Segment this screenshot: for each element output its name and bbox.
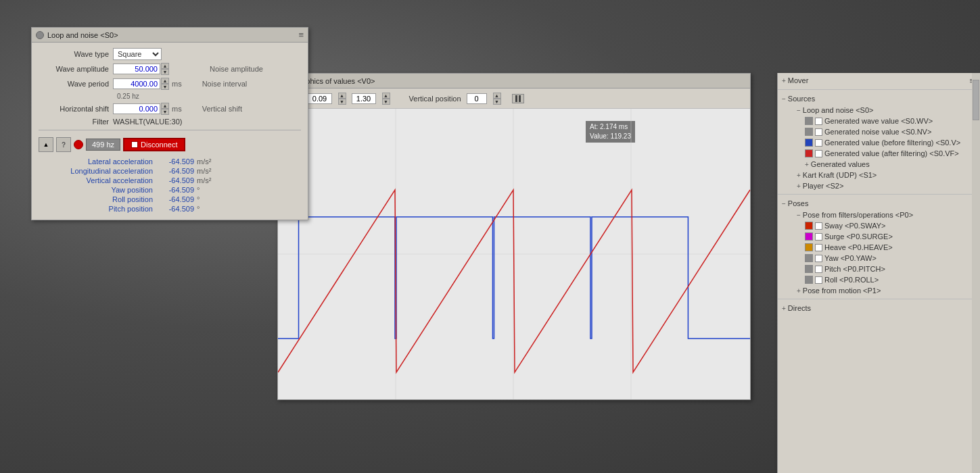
heave-label: Heave <P0.HEAVE>: [824, 243, 893, 251]
horizontal-shift-unit: ms: [172, 105, 182, 113]
wave-amplitude-input[interactable]: 50.000: [113, 64, 160, 74]
pose-motion-label: Pose from motion <P1>: [803, 287, 881, 295]
pitch-swatch: [805, 265, 813, 273]
sidebar-item-kart-kraft[interactable]: + Kart Kraft (UDP) <S1>: [778, 170, 980, 180]
up-button[interactable]: ▲: [39, 137, 53, 152]
sidebar-header-sources[interactable]: − Sources: [778, 93, 980, 105]
pause-button[interactable]: [512, 94, 524, 103]
sidebar-item-pitch[interactable]: Pitch <P0.PITCH>: [778, 264, 980, 274]
roll-pos-label: Roll position: [39, 195, 157, 203]
heave-checkbox[interactable]: [815, 244, 822, 251]
pitch-label: Pitch <P0.PITCH>: [824, 265, 885, 273]
pitch-checkbox[interactable]: [815, 266, 822, 273]
panel-icon: [36, 31, 44, 39]
gen-values-label: Generated values: [811, 160, 870, 168]
scale-spinner[interactable]: ▲ ▼: [338, 93, 346, 105]
wave-type-select[interactable]: Square Sine Triangle: [113, 48, 162, 60]
telemetry-table: Lateral acceleration -64.509 m/s² Longit…: [39, 157, 301, 213]
vpos-input[interactable]: 0: [467, 93, 487, 104]
sidebar-section-mover: + Mover: [778, 73, 980, 88]
wave-type-row: Wave type Square Sine Triangle: [39, 48, 301, 60]
disconnect-button[interactable]: Disconnect: [123, 138, 185, 151]
horizontal-shift-spinner[interactable]: ▲ ▼: [161, 103, 169, 115]
gen-values-expand-icon: +: [805, 161, 809, 168]
scale-min-input[interactable]: 0.09: [308, 93, 332, 104]
question-button[interactable]: ?: [56, 137, 71, 152]
gen-before-checkbox[interactable]: [815, 139, 822, 147]
long-accel-label: Longitudinal acceleration: [39, 167, 157, 175]
gen-after-checkbox[interactable]: [815, 150, 822, 157]
wave-period-row: Wave period 4000.00 ▲ ▼ ms Noise interva…: [39, 78, 301, 90]
gen-noise-label: Generated noise value <S0.NV>: [824, 128, 931, 136]
sidebar-header-directs[interactable]: + Directs: [778, 302, 980, 314]
sidebar-header-poses[interactable]: − Poses: [778, 197, 980, 209]
sidebar-item-gen-values[interactable]: + Generated values: [778, 159, 980, 170]
vpos-spinner[interactable]: ▲ ▼: [493, 93, 501, 105]
gen-noise-checkbox[interactable]: [815, 128, 822, 136]
sidebar-section-sources: − Sources − Loop and noise <S0> Generate…: [778, 91, 980, 193]
mover-expand-icon: +: [782, 77, 786, 84]
filter-value: WASHLT(VALUE:30): [113, 118, 183, 126]
directs-label: Directs: [788, 304, 811, 312]
sidebar-item-gen-wave[interactable]: Generated wave value <S0.WV>: [778, 116, 980, 126]
scale-max-spinner[interactable]: ▲ ▼: [382, 93, 390, 105]
kart-kraft-label: Kart Kraft (UDP) <S1>: [803, 171, 877, 179]
gen-wave-checkbox[interactable]: [815, 118, 822, 125]
wave-period-hz: 0.25 hz: [117, 93, 301, 100]
gen-after-swatch: [805, 149, 813, 157]
sources-label: Sources: [788, 95, 815, 103]
right-sidebar: ≡ + Mover − Sources − Loop and noise <S0…: [777, 73, 980, 473]
sidebar-item-sway[interactable]: Sway <P0.SWAY>: [778, 220, 980, 231]
loop-noise-collapse-icon: −: [797, 107, 801, 114]
sidebar-item-pose-filters[interactable]: − Pose from filters/operations <P0>: [778, 209, 980, 220]
mover-label: Mover: [788, 76, 809, 84]
sidebar-item-player[interactable]: + Player <S2>: [778, 180, 980, 191]
sidebar-item-roll[interactable]: Roll <P0.ROLL>: [778, 274, 980, 285]
roll-label: Roll <P0.ROLL>: [824, 276, 879, 284]
sidebar-item-surge[interactable]: Surge <P0.SURGE>: [778, 231, 980, 242]
wave-period-input[interactable]: 4000.00: [113, 78, 160, 89]
yaw-checkbox[interactable]: [815, 255, 822, 262]
graph-area[interactable]: At: 2.174 ms Value: 119.23 ◀: [278, 109, 750, 399]
sidebar-item-gen-before[interactable]: Generated value (before filtering) <S0.V…: [778, 137, 980, 148]
vpos-label: Vertical position: [409, 95, 461, 103]
roll-pos-unit: °: [197, 195, 200, 203]
wave-period-spinner[interactable]: ▲ ▼: [161, 78, 169, 90]
lateral-accel-label: Lateral acceleration: [39, 157, 157, 166]
sidebar-item-gen-after[interactable]: Generated value (after filtering) <S0.VF…: [778, 148, 980, 159]
pitch-pos-label: Pitch position: [39, 205, 157, 213]
scale-max-input[interactable]: 1.30: [352, 93, 376, 104]
sidebar-header-mover[interactable]: + Mover: [778, 74, 980, 86]
directs-expand-icon: +: [782, 305, 786, 312]
sidebar-scroll-thumb[interactable]: [973, 80, 979, 120]
wave-type-label: Wave type: [39, 50, 113, 58]
sidebar-scrollbar[interactable]: [972, 73, 980, 473]
sidebar-item-loop-noise[interactable]: − Loop and noise <S0>: [778, 105, 980, 116]
gen-noise-swatch: [805, 128, 813, 136]
sway-label: Sway <P0.SWAY>: [824, 222, 885, 230]
sidebar-item-pose-motion[interactable]: + Pose from motion <P1>: [778, 285, 980, 296]
pose-motion-expand-icon: +: [797, 287, 801, 295]
sidebar-item-gen-noise[interactable]: Generated noise value <S0.NV>: [778, 126, 980, 137]
vertical-shift-label: Vertical shift: [202, 105, 242, 113]
graphics-titlebar: Graphics of values <V0>: [278, 74, 750, 89]
sway-swatch: [805, 222, 813, 230]
vert-accel-value: -64.509: [157, 176, 194, 184]
vert-accel-label: Vertical acceleration: [39, 176, 157, 184]
wave-amplitude-row: Wave amplitude 50.000 ▲ ▼ Noise amplitud…: [39, 63, 301, 75]
sources-collapse-icon: −: [782, 95, 786, 103]
sway-checkbox[interactable]: [815, 222, 822, 230]
graphics-panel: Graphics of values <V0> Scale 0.09 ▲ ▼ 1…: [277, 73, 751, 400]
surge-swatch: [805, 232, 813, 241]
sidebar-section-directs: + Directs: [778, 301, 980, 316]
table-row: Lateral acceleration -64.509 m/s²: [39, 157, 301, 166]
left-panel-menu-icon[interactable]: ≡: [298, 30, 304, 40]
graph-svg: [278, 109, 750, 399]
roll-checkbox[interactable]: [815, 276, 822, 284]
sidebar-item-heave[interactable]: Heave <P0.HEAVE>: [778, 242, 980, 253]
wave-amplitude-spinner[interactable]: ▲ ▼: [161, 63, 169, 75]
horizontal-shift-input[interactable]: 0.000: [113, 103, 160, 114]
poses-label: Poses: [788, 199, 809, 207]
sidebar-item-yaw[interactable]: Yaw <P0.YAW>: [778, 253, 980, 264]
surge-checkbox[interactable]: [815, 233, 822, 241]
